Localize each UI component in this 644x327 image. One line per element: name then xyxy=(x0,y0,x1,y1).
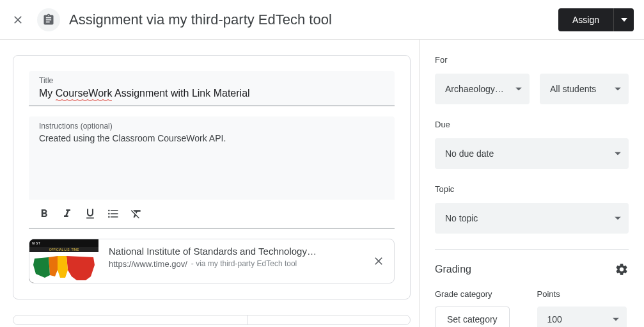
rich-text-toolbar xyxy=(29,200,395,228)
class-dropdown[interactable]: Archaeology … xyxy=(435,74,530,104)
clear-formatting-button[interactable] xyxy=(126,203,146,224)
assign-dropdown-button[interactable] xyxy=(613,8,634,31)
instructions-label: Instructions (optional) xyxy=(39,122,384,131)
caret-down-icon xyxy=(515,88,522,91)
attachment-title: National Institute of Standards and Tech… xyxy=(109,246,354,257)
grade-category-label: Grade category xyxy=(435,289,527,299)
divider xyxy=(435,249,629,250)
underline-button[interactable] xyxy=(80,203,100,224)
gear-icon xyxy=(615,262,629,276)
students-value: All students xyxy=(550,84,596,94)
divider xyxy=(247,315,247,324)
attachment-body: National Institute of Standards and Tech… xyxy=(98,239,363,283)
due-value: No due date xyxy=(445,148,494,159)
grading-label: Grading xyxy=(435,264,471,275)
bold-button[interactable] xyxy=(34,203,54,224)
topic-label: Topic xyxy=(435,184,629,194)
sidebar: For Archaeology … All students Due No du… xyxy=(420,40,644,327)
caret-down-icon xyxy=(613,318,619,321)
secondary-card xyxy=(13,315,411,325)
attachment-thumbnail: NIST OFFICIAL U.S. TIME xyxy=(29,239,98,283)
bulleted-list-button[interactable] xyxy=(103,203,123,224)
close-icon xyxy=(372,255,385,267)
for-label: For xyxy=(435,55,629,65)
thumb-nist-label: NIST xyxy=(32,241,40,245)
clear-format-icon xyxy=(130,207,143,220)
attachment-via: - via my third-party EdTech tool xyxy=(191,259,297,269)
close-icon xyxy=(12,13,24,26)
close-button[interactable] xyxy=(10,12,26,28)
us-map-icon xyxy=(29,252,98,283)
class-value: Archaeology … xyxy=(445,84,504,94)
spellcheck-underline xyxy=(56,99,113,101)
instructions-field[interactable]: Instructions (optional) Created using th… xyxy=(29,116,395,200)
grading-settings-button[interactable] xyxy=(615,262,629,276)
title-field[interactable]: Title xyxy=(29,71,395,106)
set-category-button[interactable]: Set category xyxy=(435,307,510,327)
bold-icon xyxy=(38,207,51,220)
assignment-icon xyxy=(42,13,55,26)
thumb-title: OFFICIAL U.S. TIME xyxy=(29,247,98,252)
attachment-card[interactable]: NIST OFFICIAL U.S. TIME National Institu… xyxy=(29,239,395,283)
points-dropdown[interactable]: 100 xyxy=(537,307,627,327)
due-dropdown[interactable]: No due date xyxy=(435,138,629,169)
title-input[interactable] xyxy=(39,88,384,99)
caret-down-icon xyxy=(615,88,621,91)
caret-down-icon xyxy=(615,152,621,156)
topic-dropdown[interactable]: No topic xyxy=(435,203,629,234)
assign-button[interactable]: Assign xyxy=(558,8,613,31)
list-icon xyxy=(107,207,120,220)
header: Assignment via my third-party EdTech too… xyxy=(0,0,644,40)
points-label: Points xyxy=(537,289,629,299)
remove-attachment-button[interactable] xyxy=(363,239,394,283)
instructions-text[interactable]: Created using the Classroom CourseWork A… xyxy=(39,133,384,143)
due-label: Due xyxy=(435,120,629,129)
italic-button[interactable] xyxy=(57,203,77,224)
points-value: 100 xyxy=(547,314,562,324)
assignment-card: Title Instructions (optional) Created us… xyxy=(13,55,411,299)
italic-icon xyxy=(61,207,74,220)
page-title: Assignment via my third-party EdTech too… xyxy=(69,12,558,28)
title-label: Title xyxy=(39,76,384,85)
main-panel: Title Instructions (optional) Created us… xyxy=(0,40,420,327)
attachment-url: https://www.time.gov/ xyxy=(109,259,187,269)
students-dropdown[interactable]: All students xyxy=(540,74,629,104)
underline-icon xyxy=(84,207,97,220)
caret-down-icon xyxy=(615,217,621,220)
assignment-icon-wrap xyxy=(37,8,60,31)
topic-value: No topic xyxy=(445,213,478,223)
caret-down-icon xyxy=(621,18,627,22)
